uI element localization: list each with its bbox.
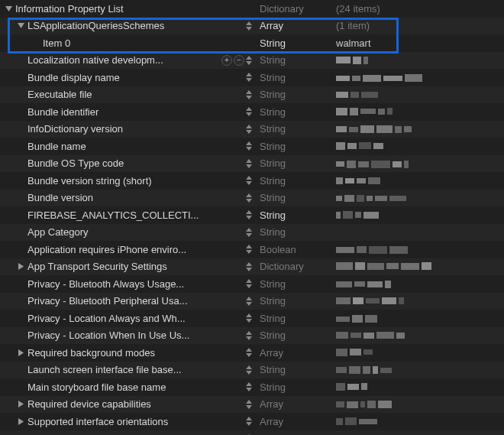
value-cell[interactable]	[336, 416, 504, 427]
plist-row[interactable]: Main storyboard file base nameString	[0, 378, 504, 396]
type-cell[interactable]: String	[260, 54, 336, 66]
type-cell[interactable]: String	[260, 72, 336, 83]
disclosure-triangle-icon[interactable]	[17, 417, 24, 425]
value-cell[interactable]	[336, 192, 504, 203]
key-stepper-icon[interactable]	[244, 72, 255, 83]
plist-row[interactable]: Privacy - Bluetooth Peripheral Usa...Str…	[0, 293, 504, 310]
remove-icon[interactable]: −	[234, 55, 244, 66]
value-cell[interactable]	[336, 278, 504, 290]
key-cell[interactable]: Required background modes	[0, 347, 260, 359]
type-cell[interactable]: String	[260, 381, 336, 393]
plist-row[interactable]: Privacy - Bluetooth Always Usage...Strin…	[0, 275, 504, 293]
type-cell[interactable]: String	[260, 278, 336, 290]
plist-row[interactable]: Information Property ListDictionary(24 i…	[0, 0, 504, 18]
plist-row[interactable]: Bundle identifierString	[0, 103, 504, 121]
value-cell[interactable]	[336, 54, 504, 66]
key-cell[interactable]: Required device capabilities	[0, 398, 260, 410]
type-cell[interactable]: String	[260, 192, 336, 203]
key-stepper-icon[interactable]	[244, 278, 255, 290]
value-cell[interactable]	[336, 313, 504, 324]
type-cell[interactable]: Boolean	[260, 244, 336, 255]
key-cell[interactable]: Main storyboard file base name	[0, 381, 260, 393]
disclosure-triangle-icon[interactable]	[17, 22, 24, 30]
key-stepper-icon[interactable]	[244, 192, 255, 203]
add-remove-buttons[interactable]: +−	[221, 55, 244, 66]
type-cell[interactable]: String	[260, 106, 336, 118]
key-stepper-icon[interactable]	[244, 347, 255, 359]
key-cell[interactable]: Privacy - Location Always and Wh...	[0, 313, 260, 324]
value-cell[interactable]	[336, 244, 504, 255]
key-stepper-icon[interactable]	[244, 157, 255, 169]
plist-editor[interactable]: Information Property ListDictionary(24 i…	[0, 0, 504, 435]
key-cell[interactable]: FIREBASE_ANALYTICS_COLLECTI...	[0, 209, 260, 221]
key-cell[interactable]: Item 0	[0, 37, 260, 49]
value-cell[interactable]	[336, 261, 504, 272]
disclosure-triangle-icon[interactable]	[17, 263, 24, 271]
value-cell[interactable]: walmart	[336, 37, 504, 49]
type-cell[interactable]: String	[260, 364, 336, 375]
value-cell[interactable]	[336, 209, 504, 221]
key-stepper-icon[interactable]	[244, 89, 255, 100]
key-stepper-icon[interactable]	[244, 364, 255, 375]
value-cell[interactable]	[336, 106, 504, 118]
plist-row[interactable]: Localization native developm...+−String	[0, 52, 504, 70]
type-cell[interactable]: String	[260, 209, 336, 221]
key-cell[interactable]: Privacy - Bluetooth Always Usage...	[0, 278, 260, 290]
key-stepper-icon[interactable]	[244, 141, 255, 152]
key-cell[interactable]: LSApplicationQueriesSchemes	[0, 20, 260, 31]
key-stepper-icon[interactable]	[244, 20, 255, 31]
key-stepper-icon[interactable]	[244, 54, 255, 66]
value-cell[interactable]	[336, 295, 504, 307]
key-stepper-icon[interactable]	[244, 226, 255, 238]
plist-row[interactable]: Supported interface orientationsArray	[0, 413, 504, 430]
key-cell[interactable]: Information Property List	[0, 3, 260, 15]
key-cell[interactable]: Bundle version string (short)	[0, 175, 260, 187]
value-cell[interactable]	[336, 347, 504, 359]
key-stepper-icon[interactable]	[244, 313, 255, 324]
key-stepper-icon[interactable]	[244, 381, 255, 393]
plist-row[interactable]: Item 0Stringwalmart	[0, 34, 504, 52]
value-cell[interactable]	[336, 141, 504, 152]
value-cell[interactable]	[336, 123, 504, 135]
type-cell[interactable]: Dictionary	[260, 3, 336, 15]
key-stepper-icon[interactable]	[244, 398, 255, 410]
key-cell[interactable]: App Category	[0, 226, 260, 238]
plist-row[interactable]: Required background modesArray	[0, 344, 504, 362]
key-cell[interactable]: Supported interface orientations	[0, 416, 260, 427]
type-cell[interactable]: String	[260, 123, 336, 135]
key-stepper-icon[interactable]	[244, 329, 255, 341]
type-cell[interactable]: Array	[260, 416, 336, 427]
key-stepper-icon[interactable]	[244, 106, 255, 118]
key-cell[interactable]: Executable file	[0, 89, 260, 100]
disclosure-triangle-icon[interactable]	[17, 401, 24, 408]
plist-row[interactable]: Supported interface orientations (i...Ar…	[0, 430, 504, 436]
type-cell[interactable]: String	[260, 329, 336, 341]
type-cell[interactable]: String	[260, 141, 336, 152]
disclosure-triangle-icon[interactable]	[5, 5, 12, 12]
plist-row[interactable]: Application requires iPhone enviro...Boo…	[0, 241, 504, 258]
value-cell[interactable]: (1 item)	[336, 20, 504, 31]
value-cell[interactable]	[336, 175, 504, 187]
type-cell[interactable]: String	[260, 295, 336, 307]
type-cell[interactable]: String	[260, 226, 336, 238]
plist-row[interactable]: Required device capabilitiesArray	[0, 396, 504, 414]
value-cell[interactable]	[336, 329, 504, 341]
value-cell[interactable]	[336, 72, 504, 83]
type-cell[interactable]: String	[260, 175, 336, 187]
plist-row[interactable]: Bundle OS Type codeString	[0, 155, 504, 173]
key-stepper-icon[interactable]	[244, 295, 255, 307]
plist-row[interactable]: Bundle display nameString	[0, 69, 504, 86]
value-cell[interactable]	[336, 157, 504, 169]
disclosure-triangle-icon[interactable]	[17, 349, 24, 356]
key-cell[interactable]: InfoDictionary version	[0, 123, 260, 135]
plist-row[interactable]: Privacy - Location Always and Wh...Strin…	[0, 310, 504, 327]
key-cell[interactable]: Privacy - Location When In Use Us...	[0, 329, 260, 341]
key-cell[interactable]: Bundle display name	[0, 72, 260, 83]
type-cell[interactable]: Dictionary	[260, 261, 336, 272]
plist-row[interactable]: Launch screen interface file base...Stri…	[0, 362, 504, 379]
value-cell[interactable]	[336, 398, 504, 410]
key-cell[interactable]: Launch screen interface file base...	[0, 364, 260, 375]
plist-row[interactable]: Executable fileString	[0, 86, 504, 104]
plist-row[interactable]: FIREBASE_ANALYTICS_COLLECTI...String	[0, 206, 504, 224]
key-cell[interactable]: Privacy - Bluetooth Peripheral Usa...	[0, 295, 260, 307]
